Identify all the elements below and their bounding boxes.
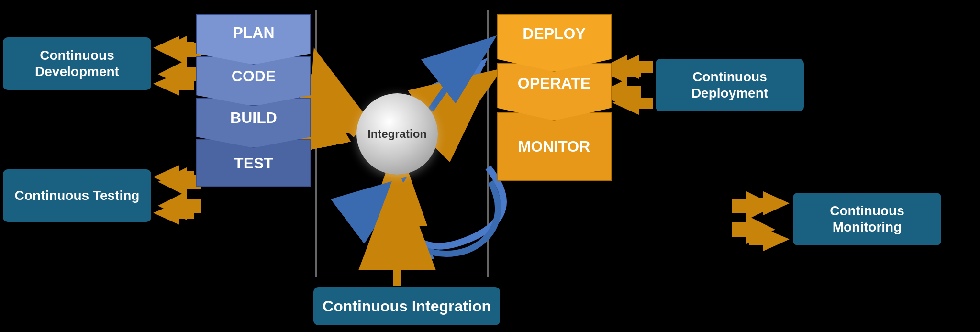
continuous-testing-label: Continuous Testing — [3, 169, 151, 222]
svg-marker-23 — [153, 202, 194, 225]
diagram: Continuous Development Continuous Testin… — [0, 0, 980, 332]
svg-marker-9 — [732, 191, 775, 220]
svg-marker-5 — [158, 191, 201, 220]
svg-marker-10 — [732, 215, 775, 244]
svg-marker-22 — [153, 165, 194, 189]
svg-marker-24 — [612, 55, 653, 79]
svg-marker-3 — [158, 60, 201, 89]
continuous-development-label: Continuous Development — [3, 37, 151, 90]
integration-circle: Integration — [356, 93, 438, 175]
svg-marker-4 — [158, 167, 201, 196]
right-blocks-container: DEPLOY OPERATE MONITOR — [497, 14, 612, 181]
left-blocks-container: PLAN CODE BUILD TEST — [196, 14, 311, 187]
svg-marker-2 — [158, 36, 201, 65]
svg-marker-27 — [749, 228, 790, 251]
continuous-monitoring-label: Continuous Monitoring — [793, 193, 941, 245]
svg-marker-26 — [749, 191, 790, 215]
continuous-integration-label: Continuous Integration — [313, 287, 500, 325]
continuous-deployment-label: Continuous Deployment — [656, 59, 804, 111]
monitor-block: MONITOR — [497, 112, 612, 181]
svg-marker-25 — [612, 92, 653, 115]
svg-marker-20 — [153, 36, 194, 60]
svg-marker-21 — [153, 73, 194, 96]
